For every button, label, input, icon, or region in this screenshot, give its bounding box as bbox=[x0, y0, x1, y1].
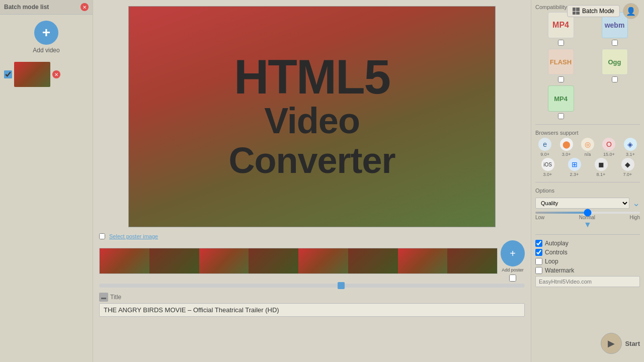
user-avatar[interactable]: 👤 bbox=[623, 3, 639, 19]
browser-chrome: ⬤ 3.0+ bbox=[556, 138, 576, 157]
add-video-button[interactable]: + Add video bbox=[0, 15, 93, 60]
browser-bb: ◼ 8.1+ bbox=[589, 158, 613, 177]
right-panel: Compatibility MP4 webm FLASH Ogg MP4 bbox=[531, 0, 644, 362]
ogg-checkbox[interactable] bbox=[612, 76, 618, 82]
compat-ogg: Ogg bbox=[589, 49, 640, 82]
start-label: Start bbox=[625, 340, 640, 347]
watermark-row: Watermark bbox=[535, 267, 640, 274]
poster-slider[interactable] bbox=[99, 284, 525, 288]
add-poster-checkbox[interactable] bbox=[509, 275, 516, 282]
quality-slider-wrap: Low Normal High ▼ bbox=[535, 212, 640, 229]
browser-support-section: Browsers support e 9.0+ ⬤ 3.0+ ◎ n/a O 1… bbox=[535, 130, 640, 177]
watermark-checkbox[interactable] bbox=[535, 267, 542, 274]
poster-frame bbox=[249, 248, 298, 274]
autoplay-label: Autoplay bbox=[545, 240, 569, 247]
poster-strip-wrap: + Add poster bbox=[93, 240, 531, 282]
sidebar-title: Batch mode list bbox=[4, 4, 49, 11]
compat-mp4v2: MP4 bbox=[535, 85, 586, 119]
compatibility-grid: MP4 webm FLASH Ogg MP4 bbox=[535, 12, 640, 119]
bb2-version: 7.0+ bbox=[623, 172, 632, 177]
watermark-input[interactable] bbox=[535, 276, 640, 287]
add-video-icon: + bbox=[34, 21, 58, 45]
loop-label: Loop bbox=[545, 258, 558, 265]
add-poster-wrap: + Add poster bbox=[501, 240, 525, 282]
safari-icon: ◈ bbox=[624, 138, 637, 151]
ie-version: 9.0+ bbox=[540, 152, 549, 157]
bb-version: 8.1+ bbox=[597, 172, 606, 177]
poster-slider-thumb[interactable] bbox=[338, 282, 345, 289]
ie-icon: e bbox=[538, 138, 551, 151]
safari-version: 3.1+ bbox=[626, 152, 635, 157]
loop-row: Loop bbox=[535, 258, 640, 265]
batch-mode-icon bbox=[573, 8, 580, 15]
list-item: ✕ bbox=[0, 60, 93, 89]
top-bar: Batch Mode 👤 bbox=[562, 0, 644, 22]
select-poster-label[interactable]: Select poster image bbox=[109, 233, 158, 239]
close-sidebar-button[interactable]: ✕ bbox=[80, 3, 89, 11]
batch-mode-button[interactable]: Batch Mode bbox=[567, 5, 620, 17]
controls-checkbox[interactable] bbox=[535, 249, 542, 256]
quality-slider[interactable] bbox=[535, 212, 640, 214]
mp4v2-checkbox[interactable] bbox=[558, 113, 564, 119]
autoplay-checkbox[interactable] bbox=[535, 240, 542, 247]
poster-section: Select poster image bbox=[93, 233, 531, 239]
poster-frame bbox=[149, 248, 199, 274]
start-button[interactable]: ▶ bbox=[601, 333, 622, 354]
add-video-label: Add video bbox=[33, 47, 59, 54]
controls-label: Controls bbox=[545, 249, 568, 256]
ff-icon: ◎ bbox=[581, 138, 594, 151]
flash-icon: FLASH bbox=[548, 49, 574, 75]
quality-high-label: High bbox=[629, 215, 640, 220]
poster-frame bbox=[348, 248, 398, 274]
browser-bb2: ◆ 7.0+ bbox=[615, 158, 640, 177]
browsers-label: Browsers support bbox=[535, 130, 640, 136]
title-bar: ▬ Title bbox=[99, 293, 525, 302]
flash-checkbox[interactable] bbox=[558, 76, 564, 82]
title-section: ▬ Title bbox=[93, 290, 531, 320]
browser-win: ⊞ 2.3+ bbox=[562, 158, 587, 177]
bb-icon: ◼ bbox=[595, 158, 608, 171]
mp4-checkbox[interactable] bbox=[558, 40, 564, 46]
quality-labels: Low Normal High bbox=[535, 215, 640, 220]
ios-icon: iOS bbox=[541, 158, 554, 171]
webm-checkbox[interactable] bbox=[612, 40, 618, 46]
browser-ie: e 9.0+ bbox=[535, 138, 554, 157]
poster-frame bbox=[298, 248, 348, 274]
bb2-icon: ◆ bbox=[621, 158, 634, 171]
video-preview: HTML5 Video Converter bbox=[128, 6, 496, 227]
main-content: HTML5 Video Converter Select poster imag… bbox=[93, 0, 531, 362]
poster-strip bbox=[99, 248, 498, 274]
options-row: Quality ⌄ bbox=[535, 198, 640, 209]
poster-frame bbox=[199, 248, 249, 274]
quality-dropdown[interactable]: Quality bbox=[535, 198, 629, 209]
select-poster-checkbox[interactable] bbox=[99, 233, 105, 239]
video-item-checkbox[interactable] bbox=[4, 70, 12, 78]
title-icon: ▬ bbox=[99, 293, 108, 302]
start-button-wrap: ▶ Start bbox=[535, 333, 640, 358]
win-icon: ⊞ bbox=[568, 158, 581, 171]
autoplay-row: Autoplay bbox=[535, 240, 640, 247]
add-poster-button[interactable]: + bbox=[501, 240, 525, 266]
browser-safari: ◈ 3.1+ bbox=[621, 138, 640, 157]
compat-flash: FLASH bbox=[535, 49, 586, 82]
watermark-label: Watermark bbox=[545, 267, 574, 274]
ff-version: n/a bbox=[585, 152, 591, 157]
ogg-icon: Ogg bbox=[602, 49, 628, 75]
win-version: 2.3+ bbox=[570, 172, 579, 177]
opera-version: 15.0+ bbox=[603, 152, 615, 157]
add-poster-label: Add poster bbox=[502, 267, 524, 273]
video-thumbnail bbox=[14, 62, 50, 87]
title-input[interactable] bbox=[99, 303, 525, 317]
browser-ff: ◎ n/a bbox=[578, 138, 597, 157]
video-preview-background bbox=[129, 7, 495, 227]
loop-checkbox[interactable] bbox=[535, 258, 542, 265]
quality-normal-label: Normal bbox=[579, 215, 595, 220]
batch-mode-label: Batch Mode bbox=[582, 8, 614, 15]
video-remove-button[interactable]: ✕ bbox=[52, 70, 60, 78]
title-label: Title bbox=[110, 294, 121, 301]
browser-grid: e 9.0+ ⬤ 3.0+ ◎ n/a O 15.0+ ◈ 3.1+ bbox=[535, 138, 640, 157]
batch-mode-sidebar: Batch mode list ✕ + Add video ✕ bbox=[0, 0, 93, 362]
poster-frame bbox=[447, 248, 497, 274]
quality-thumb-icon: ▼ bbox=[584, 220, 592, 229]
mp4v2-icon: MP4 bbox=[548, 85, 574, 112]
